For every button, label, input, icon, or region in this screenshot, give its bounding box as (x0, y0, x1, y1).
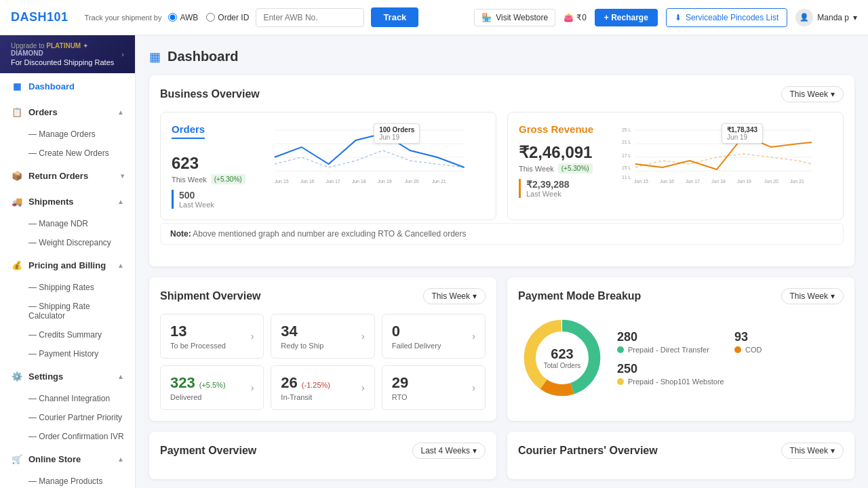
legend-prepaid-shop101: 250 Prepaid - Shop101 Webstore (617, 362, 726, 386)
sidebar-item-manage-products[interactable]: — Manage Products (0, 472, 135, 488)
orders-last-week-val: 500 (179, 190, 245, 201)
sidebar-item-dashboard[interactable]: ▦ Dashboard (0, 73, 135, 99)
payment-overview-period-selector[interactable]: Last 4 Weeks ▾ (412, 443, 486, 459)
sidebar-item-online-store[interactable]: 🛒 Online Store ▲ (0, 446, 135, 472)
manage-products-label: — Manage Products (28, 476, 102, 486)
legend-cod-dot (734, 346, 741, 353)
business-overview-title: Business Overview (160, 88, 260, 100)
svg-text:Jun 16: Jun 16 (300, 179, 314, 184)
sidebar-item-payment-history[interactable]: — Payment History (0, 344, 135, 363)
svg-text:Jun 15: Jun 15 (274, 179, 288, 184)
courier-priority-label: — Courier Partner Priority (28, 413, 122, 422)
recharge-button[interactable]: + Recharge (595, 9, 658, 26)
legend-cod-label: COD (745, 346, 762, 354)
radio-awb-input[interactable] (168, 13, 177, 22)
delivered-arrow: › (251, 382, 254, 393)
radio-awb[interactable]: AWB (168, 13, 198, 22)
radio-orderid-input[interactable] (206, 13, 215, 22)
serviceable-button[interactable]: ⬇ Serviceable Pincodes List (666, 8, 787, 27)
shipment-week-selector[interactable]: This Week ▾ (423, 288, 486, 304)
courier-overview-week-selector[interactable]: This Week ▾ (781, 443, 844, 459)
manage-orders-label: — Manage Orders (28, 129, 96, 139)
svg-text:25 L: 25 L (622, 127, 631, 132)
courier-overview-title: Courier Partners' Overview (518, 445, 658, 457)
track-section: Track your shipment by AWB Order ID Trac… (85, 7, 419, 27)
shipment-box-ready-to-ship[interactable]: 34 Redy to Ship › (271, 314, 374, 359)
track-input[interactable] (256, 8, 364, 27)
orders-label: Orders (28, 107, 58, 117)
sidebar-item-rate-calculator[interactable]: — Shipping Rate Calculator (0, 297, 135, 325)
shipment-box-delivered[interactable]: 323 (+5.5%) Delivered › (160, 365, 264, 410)
store-chevron-icon: ▲ (117, 455, 124, 463)
sidebar-item-shipments[interactable]: 🚚 Shipments ▲ (0, 188, 135, 214)
sidebar-item-courier-priority[interactable]: — Courier Partner Priority (0, 408, 135, 427)
balance-pill: 👛 ₹0 (564, 13, 587, 22)
note-text: Above mentioned graph and number are exc… (193, 229, 466, 239)
courier-overview-header: Courier Partners' Overview This Week ▾ (518, 443, 844, 459)
failed-delivery-label: Failed Delivery (392, 342, 441, 350)
shipment-week-label: This Week (432, 291, 470, 301)
shipment-box-failed-delivery[interactable]: 0 Failed Delivery › (382, 314, 486, 359)
main-layout: Upgrade to PLATINUM ✦ DIAMOND For Discou… (0, 35, 868, 488)
shipment-box-in-transit[interactable]: 26 (-1.25%) In-Transit › (271, 365, 374, 410)
sidebar-item-manage-ndr[interactable]: — Manage NDR (0, 214, 135, 233)
tooltip-revenue-date: Jun 19 (727, 134, 757, 141)
payment-mode-week-selector[interactable]: This Week ▾ (781, 288, 844, 304)
radio-orderid[interactable]: Order ID (206, 13, 249, 22)
business-week-selector[interactable]: This Week ▾ (781, 86, 844, 102)
sidebar-item-order-confirmation[interactable]: — Order Confirmation IVR (0, 427, 135, 446)
revenue-this-week-label: This Week (519, 165, 554, 173)
sidebar-item-manage-orders[interactable]: — Manage Orders (0, 125, 135, 144)
webstore-button[interactable]: 🏪 Visit Webstore (474, 9, 555, 26)
page-header: ▦ Dashboard (149, 49, 854, 64)
sidebar-item-channel-integration[interactable]: — Channel Integration (0, 389, 135, 408)
credits-summary-label: — Credits Summary (28, 330, 102, 340)
track-button[interactable]: Track (371, 7, 418, 27)
payment-overview-period-label: Last 4 Weeks (421, 446, 470, 455)
radio-orderid-label: Order ID (218, 13, 249, 22)
sidebar-item-create-orders[interactable]: — Create New Orders (0, 144, 135, 163)
sidebar-item-pricing-billing[interactable]: 💰 Pricing and Billing ▲ (0, 252, 135, 278)
track-label: Track your shipment by (85, 14, 162, 22)
manage-ndr-label: — Manage NDR (28, 219, 88, 228)
download-icon: ⬇ (675, 13, 682, 22)
topnav-right: 🏪 Visit Webstore 👛 ₹0 + Recharge ⬇ Servi… (474, 8, 857, 27)
in-transit-label: In-Transit (281, 393, 330, 401)
promo-arrow-icon: › (121, 50, 124, 58)
business-overview-note: Note: Above mentioned graph and number a… (160, 223, 844, 245)
sidebar-item-return-orders[interactable]: 📦 Return Orders ▾ (0, 163, 135, 188)
sidebar-item-weight-discrepancy[interactable]: — Weight Discrepancy (0, 233, 135, 252)
promo-banner[interactable]: Upgrade to PLATINUM ✦ DIAMOND For Discou… (0, 35, 135, 73)
delivered-num: 323 (170, 374, 195, 392)
in-transit-num: 26 (281, 374, 297, 392)
revenue-chart-title: Gross Revenue (519, 123, 593, 135)
settings-icon: ⚙️ (11, 370, 23, 382)
orders-last-week-label: Last Week (179, 201, 245, 209)
tooltip-orders-val: 100 Orders (379, 126, 414, 134)
legend-prepaid-shop101-label: Prepaid - Shop101 Webstore (628, 378, 724, 386)
revenue-chart-svg: 25 L 21 L 17 L 15 L 11 L (601, 123, 832, 184)
shipment-box-to-be-processed[interactable]: 13 To be Processed › (160, 314, 264, 359)
in-transit-change: (-1.25%) (302, 381, 330, 389)
svg-text:Jun 18: Jun 18 (351, 179, 366, 184)
svg-text:Jun 19: Jun 19 (377, 179, 391, 184)
pricing-icon: 💰 (11, 259, 23, 271)
donut-total: 623 (544, 346, 580, 362)
sidebar-item-settings[interactable]: ⚙️ Settings ▲ (0, 363, 135, 389)
svg-text:Jun 21: Jun 21 (790, 179, 804, 184)
payment-week-chevron: ▾ (831, 291, 835, 301)
balance-value: ₹0 (576, 13, 587, 22)
sidebar-item-credits-summary[interactable]: — Credits Summary (0, 325, 135, 344)
user-pill[interactable]: 👤 Manda p ▾ (795, 9, 857, 26)
sidebar-item-orders[interactable]: 📋 Orders ▲ (0, 99, 135, 125)
courier-overview-card: Courier Partners' Overview This Week ▾ (507, 432, 854, 479)
shipment-box-rto[interactable]: 29 RTO › (382, 365, 486, 410)
in-transit-arrow: › (361, 382, 365, 393)
sidebar-item-shipping-rates[interactable]: — Shipping Rates (0, 278, 135, 297)
return-label: Return Orders (28, 171, 88, 181)
revenue-last-week-val: ₹2,39,288 (526, 179, 593, 190)
wallet-icon: 👛 (564, 13, 574, 22)
orders-this-week-val: 623 (172, 154, 245, 173)
shipping-rates-label: — Shipping Rates (28, 283, 94, 292)
svg-text:Jun 20: Jun 20 (404, 179, 418, 184)
